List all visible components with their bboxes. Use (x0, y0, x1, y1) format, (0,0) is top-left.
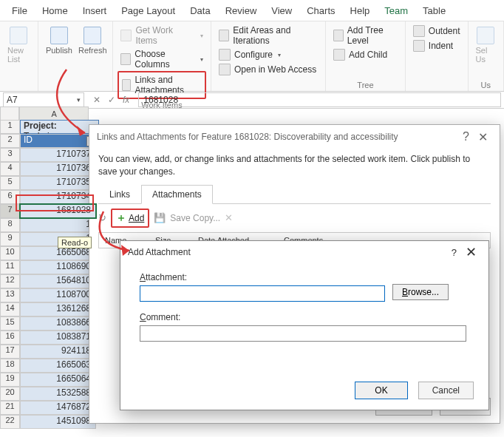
menu-home[interactable]: Home (35, 4, 75, 18)
browse-button[interactable]: Browse... (392, 284, 449, 300)
cancel-button[interactable]: Cancel (418, 382, 474, 399)
enter-icon[interactable]: ✓ (108, 95, 115, 105)
publish-button[interactable]: Publish (43, 24, 75, 58)
cell[interactable]: 1532588 (20, 387, 96, 401)
formula-input[interactable]: 1681028 (138, 92, 501, 107)
cell[interactable]: 1710734 (20, 190, 96, 204)
row-header[interactable]: 8 (0, 218, 20, 232)
row-header[interactable]: 21 (0, 401, 20, 415)
menu-review[interactable]: Review (218, 4, 265, 18)
hierarchy-icon (219, 30, 229, 41)
row-header[interactable]: 3 (0, 148, 20, 162)
row-header[interactable]: 11 (0, 260, 20, 274)
cell[interactable]: 1083871 (20, 331, 96, 345)
refresh-button[interactable]: Refresh (75, 24, 110, 58)
comment-input[interactable] (140, 325, 466, 342)
web-icon (219, 64, 231, 75)
help-button-2[interactable]: ? (447, 247, 461, 258)
help-button[interactable]: ? (458, 130, 474, 143)
cell[interactable]: 1 (20, 218, 96, 232)
cell[interactable]: Project: Technica (20, 120, 99, 134)
ok-button[interactable]: OK (355, 382, 407, 399)
row-header[interactable]: 22 (0, 415, 20, 429)
row-header[interactable]: 13 (0, 288, 20, 302)
cell[interactable]: 1564810 (20, 274, 96, 288)
row-header[interactable]: 4 (0, 162, 20, 176)
delete-icon: ✕ (225, 212, 233, 223)
cell[interactable]: 1710735 (20, 176, 96, 190)
ribbon: New List Publish Refresh Get Work Items … (0, 21, 504, 92)
row-header[interactable]: 15 (0, 316, 20, 331)
choose-columns-button[interactable]: Choose Columns (118, 47, 206, 71)
menu-help[interactable]: Help (343, 4, 378, 18)
cell[interactable]: 1083866 (20, 316, 96, 331)
menu-file[interactable]: File (4, 4, 35, 18)
row-header[interactable]: 6 (0, 190, 20, 204)
cell[interactable]: 1710736 (20, 162, 96, 176)
column-header-a[interactable]: A (19, 106, 89, 121)
add-child-button[interactable]: Add Child (330, 47, 401, 62)
cell[interactable]: 1108700 (20, 288, 96, 302)
cancel-icon[interactable]: ✕ (93, 95, 101, 105)
close-icon-2[interactable]: ✕ (461, 244, 481, 260)
row-header[interactable]: 9 (0, 232, 20, 246)
columns-icon (120, 53, 131, 65)
row-header[interactable]: 20 (0, 387, 20, 401)
close-icon[interactable]: ✕ (474, 130, 492, 144)
cell[interactable]: 1665064 (20, 373, 96, 387)
cell[interactable]: 1665063 (20, 359, 96, 373)
row-header[interactable]: 1 (0, 120, 20, 134)
name-box[interactable]: A7 (3, 92, 84, 107)
cell[interactable]: 1108690 (20, 260, 96, 274)
cell[interactable]: 924118 (20, 345, 96, 359)
cell-header[interactable]: ID▾ (20, 134, 99, 148)
row-header[interactable]: 2 (0, 134, 20, 148)
attachment-input[interactable] (140, 285, 385, 302)
save-icon: 💾 (154, 212, 166, 223)
fx-icon[interactable]: fx (123, 95, 129, 105)
row-header[interactable]: 16 (0, 331, 20, 345)
row-header[interactable]: 18 (0, 359, 20, 373)
readonly-tooltip: Read-o (58, 237, 92, 248)
row-header[interactable]: 12 (0, 274, 20, 288)
row-header[interactable]: 14 (0, 302, 20, 316)
menu-view[interactable]: View (264, 4, 299, 18)
menubar: FileHomeInsertPage LayoutDataReviewViewC… (0, 0, 504, 21)
tab-links[interactable]: Links (98, 185, 141, 204)
outdent-button[interactable]: Outdent (410, 24, 463, 38)
menu-team[interactable]: Team (377, 4, 415, 18)
cell[interactable]: 1681028 (20, 204, 96, 218)
row-header[interactable]: 5 (0, 176, 20, 190)
select-all-corner[interactable] (0, 106, 19, 121)
cell[interactable]: 1710737 (20, 148, 96, 162)
refresh-icon[interactable]: ↻ (98, 212, 106, 223)
row-header[interactable]: 7 (0, 204, 20, 218)
cell[interactable]: 1361268 (20, 302, 96, 316)
dialog-title: Links and Attachments for Feature 168102… (97, 132, 398, 142)
menu-charts[interactable]: Charts (299, 4, 342, 18)
cell[interactable]: 1451098 (20, 415, 96, 429)
row-header[interactable]: 19 (0, 373, 20, 387)
new-list-button: New List (4, 24, 33, 67)
edit-areas-button[interactable]: Edit Areas and Iterations (216, 24, 321, 47)
get-work-items-button[interactable]: Get Work Items (118, 24, 206, 47)
cell[interactable]: 1476872 (20, 401, 96, 415)
row-header[interactable]: 10 (0, 246, 20, 260)
link-icon (122, 79, 132, 91)
add-tree-level-button[interactable]: Add Tree Level (330, 24, 401, 47)
comment-label: Comment: (140, 312, 469, 322)
menu-data[interactable]: Data (183, 4, 217, 18)
open-web-button[interactable]: Open in Web Access (216, 62, 321, 77)
plus-icon: ＋ (116, 211, 126, 225)
indent-button[interactable]: Indent (410, 38, 463, 53)
tree-icon (333, 30, 344, 41)
add-attachment-button[interactable]: ＋Add (111, 209, 149, 228)
menu-page-layout[interactable]: Page Layout (114, 4, 183, 18)
menu-insert[interactable]: Insert (75, 4, 115, 18)
row-header[interactable]: 17 (0, 345, 20, 359)
attachment-label: Attachment: (140, 272, 469, 282)
configure-button[interactable]: Configure (216, 47, 321, 62)
select-users-button: Sel Us (473, 24, 500, 67)
menu-table[interactable]: Table (415, 4, 453, 18)
tab-attachments[interactable]: Attachments (141, 185, 213, 204)
